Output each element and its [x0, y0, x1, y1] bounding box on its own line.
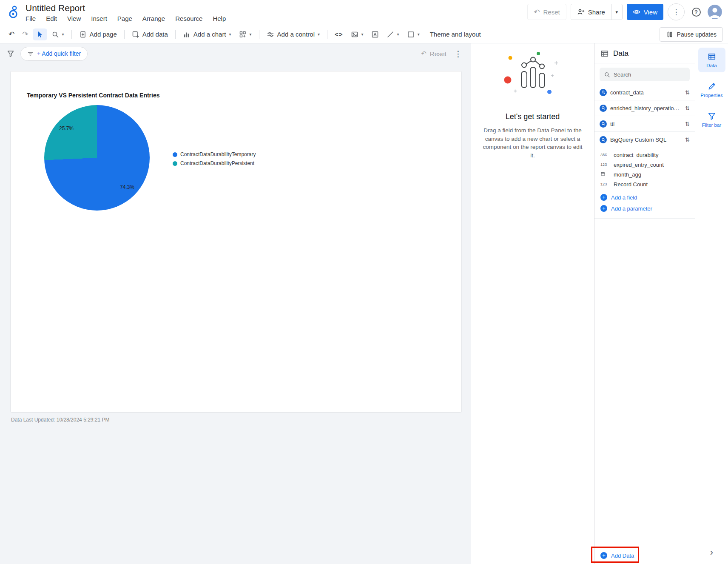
- chevron-down-icon: ▾: [361, 32, 364, 37]
- add-data-button[interactable]: Add data: [128, 28, 171, 40]
- header: Untitled Report File Edit View Insert Pa…: [0, 0, 728, 26]
- insert-line-button[interactable]: ▾: [383, 28, 403, 40]
- data-source-enriched-history[interactable]: enriched_history_operations_sorob... ⇅: [594, 100, 695, 116]
- field-contract-durability[interactable]: ABC contract_durability: [600, 150, 695, 160]
- insert-image-button[interactable]: ▾: [347, 28, 367, 40]
- menubar: File Edit View Insert Page Arrange Resou…: [26, 15, 226, 22]
- theme-and-layout-button[interactable]: Theme and layout: [427, 28, 484, 40]
- data-panel-footer: + Add Data: [594, 548, 695, 564]
- add-page-button[interactable]: Add page: [76, 28, 120, 40]
- embed-url-button[interactable]: <>: [331, 28, 347, 40]
- pie-chart[interactable]: 25.7% 74.3%: [44, 105, 150, 211]
- avatar[interactable]: [708, 5, 722, 19]
- zoom-tool-button[interactable]: ▾: [48, 28, 68, 40]
- data-search-box[interactable]: [600, 68, 690, 81]
- legend-label: ContractDataDurabilityPersistent: [180, 160, 254, 166]
- add-control-button[interactable]: Add a control▾: [263, 28, 323, 40]
- menu-view[interactable]: View: [67, 15, 81, 22]
- field-month-agg[interactable]: month_agg: [600, 170, 695, 179]
- pause-updates-button[interactable]: Pause updates: [660, 27, 723, 42]
- main-content: + Add quick filter ↶ Reset ⋮ Temporary V…: [0, 43, 728, 564]
- share-label: Share: [588, 9, 605, 16]
- pause-updates-label: Pause updates: [677, 31, 717, 38]
- field-record-count[interactable]: 123 Record Count: [600, 179, 695, 189]
- share-dropdown-button[interactable]: ▾: [611, 4, 622, 20]
- filter-bar-more-button[interactable]: ⋮: [452, 49, 464, 59]
- image-icon: [351, 31, 358, 38]
- add-data-label: Add data: [142, 31, 168, 38]
- plus-icon: +: [600, 205, 607, 212]
- undo-button[interactable]: ↶: [5, 28, 18, 41]
- data-source-contract-data[interactable]: contract_data ⇅: [594, 85, 695, 100]
- add-data-icon: [132, 31, 139, 38]
- insert-text-button[interactable]: [368, 28, 382, 40]
- menu-help[interactable]: Help: [213, 15, 226, 22]
- data-last-updated: Data Last Updated: 10/28/2024 5:29:21 PM: [11, 417, 471, 423]
- tab-filter-bar[interactable]: Filter bar: [698, 107, 725, 132]
- data-source-name: ttl: [610, 121, 682, 127]
- shape-icon: [407, 31, 415, 38]
- filter-reset-button[interactable]: ↶ Reset: [421, 50, 446, 57]
- share-button[interactable]: Share: [571, 4, 611, 20]
- redo-button[interactable]: ↷: [19, 28, 31, 41]
- add-data-footer-button[interactable]: + Add Data: [600, 552, 689, 559]
- data-source-ttl[interactable]: ttl ⇅: [594, 116, 695, 132]
- pie-slice-label-temporary: 74.3%: [120, 184, 134, 190]
- field-name: month_agg: [614, 171, 641, 178]
- undo-icon: ↶: [421, 50, 427, 57]
- view-label: View: [644, 9, 657, 16]
- add-quick-filter-label: + Add quick filter: [37, 50, 81, 57]
- swap-vertical-icon[interactable]: ⇅: [685, 89, 690, 96]
- swap-vertical-icon[interactable]: ⇅: [685, 105, 690, 111]
- menu-resource[interactable]: Resource: [175, 15, 202, 22]
- eye-icon: [633, 8, 640, 16]
- menu-file[interactable]: File: [26, 15, 36, 22]
- reset-button[interactable]: ↶ Reset: [527, 4, 566, 20]
- add-page-icon: [79, 31, 87, 38]
- search-input[interactable]: [614, 71, 685, 78]
- collapse-icon[interactable]: ⇅: [685, 137, 690, 143]
- field-expired-entry-count[interactable]: 123 expired_entry_count: [600, 160, 695, 170]
- tab-properties[interactable]: Properties: [698, 77, 725, 102]
- add-chart-button[interactable]: Add a chart▾: [179, 28, 235, 40]
- getting-started-title: Let's get started: [478, 112, 587, 121]
- data-source-name: BigQuery Custom SQL: [610, 137, 682, 143]
- add-a-field-button[interactable]: + Add a field: [600, 192, 695, 203]
- select-tool-button[interactable]: [33, 28, 47, 40]
- add-a-parameter-button[interactable]: + Add a parameter: [600, 203, 695, 214]
- report-page[interactable]: Temporary VS Persistent Contract Data En…: [11, 71, 461, 412]
- chevron-down-icon: ▾: [250, 32, 252, 37]
- line-icon: [387, 31, 394, 38]
- tab-data[interactable]: Data: [698, 48, 725, 72]
- chart-title: Temporary VS Persistent Contract Data En…: [27, 92, 160, 99]
- menu-insert[interactable]: Insert: [91, 15, 107, 22]
- data-source-bigquery-custom-sql[interactable]: BigQuery Custom SQL ⇅: [594, 132, 695, 148]
- magnifier-icon: [51, 31, 59, 38]
- add-control-label: Add a control: [277, 31, 315, 38]
- menu-arrange[interactable]: Arrange: [142, 15, 165, 22]
- quick-filter-bar: + Add quick filter ↶ Reset ⋮: [0, 43, 471, 64]
- pencil-icon: [708, 82, 716, 91]
- data-panel: Data contract_data ⇅ enriched_histor: [594, 43, 695, 564]
- looker-studio-logo-icon[interactable]: [6, 3, 21, 21]
- report-title[interactable]: Untitled Report: [26, 3, 226, 14]
- data-grid-icon: [600, 49, 609, 58]
- legend-label: ContractDataDurabilityTemporary: [180, 151, 256, 157]
- legend-swatch-blue: [173, 152, 177, 157]
- community-visualizations-button[interactable]: ▾: [236, 28, 255, 40]
- looker-studio-app: Untitled Report File Edit View Insert Pa…: [0, 0, 728, 564]
- insert-shape-button[interactable]: ▾: [404, 28, 423, 40]
- tab-filter-bar-label: Filter bar: [702, 122, 721, 128]
- data-grid-icon: [708, 52, 716, 61]
- menu-page[interactable]: Page: [117, 15, 132, 22]
- add-quick-filter-button[interactable]: + Add quick filter: [20, 47, 88, 61]
- more-options-button[interactable]: ⋮: [668, 3, 685, 20]
- menu-edit[interactable]: Edit: [46, 15, 57, 22]
- help-button[interactable]: ?: [689, 5, 703, 19]
- title-block: Untitled Report File Edit View Insert Pa…: [26, 3, 226, 22]
- add-page-label: Add page: [90, 31, 117, 38]
- swap-vertical-icon[interactable]: ⇅: [685, 121, 690, 127]
- view-button[interactable]: View: [627, 4, 663, 20]
- data-panel-title: Data: [613, 49, 628, 58]
- collapse-panel-chevron[interactable]: ›: [710, 548, 713, 557]
